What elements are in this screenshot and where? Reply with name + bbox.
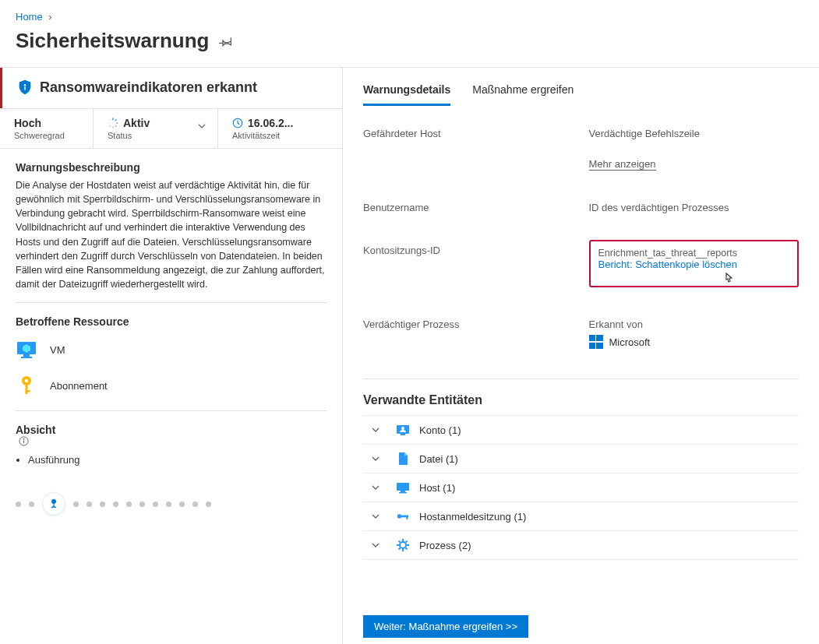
- svg-rect-30: [407, 516, 408, 519]
- microsoft-logo-icon: [589, 335, 603, 349]
- svg-line-7: [110, 125, 111, 126]
- entity-label: Prozess (2): [419, 540, 471, 551]
- entity-row-file[interactable]: Datei (1): [363, 445, 799, 473]
- svg-rect-13: [21, 357, 32, 358]
- detected-by-value: Microsoft: [609, 336, 651, 348]
- svg-point-31: [400, 542, 406, 548]
- field-suspicious-cmdline: Verdächtige Befehlszeile: [589, 128, 800, 139]
- intent-item: Ausführung: [28, 454, 327, 466]
- affected-section: Betroffene Ressource VM: [0, 303, 342, 410]
- entity-row-session[interactable]: Hostanmeldesitzung (1): [363, 502, 799, 531]
- right-panel: Warnungsdetails Maßnahme ergreifen Gefäh…: [343, 68, 819, 644]
- session-icon: [396, 509, 410, 523]
- entity-row-host[interactable]: Host (1): [363, 473, 799, 502]
- svg-rect-12: [23, 354, 30, 357]
- entity-label: Hostanmeldesitzung (1): [419, 511, 526, 523]
- host-icon: [396, 480, 410, 494]
- vm-icon: [16, 339, 37, 361]
- svg-point-0: [24, 84, 26, 86]
- time-cell: 16.06.2... Aktivitätszeit: [218, 109, 342, 148]
- key-icon: [16, 375, 37, 396]
- resource-vm-label: VM: [50, 344, 65, 356]
- entity-row-account[interactable]: Konto (1): [363, 415, 799, 445]
- intent-title: Absicht: [16, 424, 327, 446]
- chevron-down-icon: [366, 512, 380, 521]
- spinner-icon: [108, 118, 118, 128]
- clock-icon: [232, 118, 243, 128]
- alert-header: Ransomwareindikatoren erkannt: [0, 68, 342, 108]
- intent-section: Absicht Ausführung: [0, 411, 342, 477]
- description-text: Die Analyse der Hostdaten weist auf verd…: [16, 178, 327, 291]
- svg-line-39: [406, 541, 408, 543]
- detected-by-label: Erkannt von: [589, 318, 800, 330]
- svg-rect-17: [26, 390, 30, 392]
- shield-icon: [16, 79, 34, 96]
- severity-label: Schweregrad: [14, 131, 79, 140]
- tab-action[interactable]: Maßnahme ergreifen: [472, 83, 574, 106]
- threat-report-highlight: Enrichment_tas_threat__reports Bericht: …: [589, 240, 800, 287]
- svg-line-9: [110, 120, 111, 121]
- tab-details[interactable]: Warnungsdetails: [363, 83, 450, 106]
- svg-line-38: [399, 548, 401, 550]
- entity-label: Datei (1): [419, 453, 458, 465]
- page-title: Sicherheitswarnung: [16, 29, 210, 53]
- status-label: Status: [108, 131, 203, 140]
- svg-rect-25: [397, 483, 409, 491]
- resource-vm[interactable]: VM: [16, 336, 327, 364]
- svg-line-36: [399, 541, 401, 543]
- resource-subscription[interactable]: Abonnement: [16, 371, 327, 399]
- info-icon[interactable]: [16, 436, 327, 446]
- next-action-button[interactable]: Weiter: Maßnahme ergreifen >>: [363, 615, 528, 638]
- status-cell[interactable]: Aktiv Status: [94, 109, 218, 148]
- report-link[interactable]: Bericht: Schattenkopie löschen: [598, 259, 738, 270]
- enrichment-label: Enrichment_tas_threat__reports: [598, 248, 790, 259]
- svg-point-20: [23, 438, 24, 439]
- breadcrumb-home[interactable]: Home: [16, 11, 43, 23]
- chevron-down-icon: [366, 483, 380, 492]
- svg-point-24: [401, 427, 404, 430]
- chevron-down-icon: [366, 540, 380, 550]
- affected-title: Betroffene Ressource: [16, 315, 327, 328]
- resource-subscription-label: Abonnement: [50, 380, 108, 392]
- svg-rect-1: [24, 86, 25, 90]
- entity-label: Host (1): [419, 482, 455, 494]
- time-label: Aktivitätszeit: [232, 131, 328, 140]
- field-suspicious-process: Verdächtiger Prozess: [363, 318, 574, 349]
- field-compromised-host: Gefährdeter Host: [363, 128, 574, 171]
- svg-point-15: [25, 379, 28, 382]
- entity-row-process[interactable]: Prozess (2): [363, 531, 799, 560]
- related-entities-title: Verwandte Entitäten: [343, 379, 819, 415]
- svg-rect-26: [401, 491, 405, 492]
- svg-point-21: [51, 499, 56, 504]
- field-session-id: Kontositzungs-ID: [363, 245, 574, 287]
- chevron-right-icon: ›: [48, 11, 51, 23]
- time-value: 16.06.2...: [248, 117, 293, 129]
- cursor-icon: [722, 272, 735, 284]
- tabs: Warnungsdetails Maßnahme ergreifen: [343, 68, 819, 106]
- account-icon: [396, 423, 410, 437]
- svg-line-3: [115, 120, 116, 121]
- details-grid: Gefährdeter Host Verdächtige Befehlszeil…: [343, 106, 819, 364]
- timeline-active-step[interactable]: [42, 492, 65, 516]
- field-process-id: ID des verdächtigen Prozesses: [589, 202, 800, 213]
- status-value: Aktiv: [123, 117, 150, 129]
- chevron-down-icon: [366, 454, 380, 463]
- svg-line-37: [406, 548, 408, 550]
- pin-icon[interactable]: [210, 34, 233, 48]
- show-more-link[interactable]: Mehr anzeigen: [589, 158, 656, 171]
- description-title: Warnungsbeschreibung: [16, 161, 327, 174]
- svg-line-5: [115, 125, 116, 126]
- breadcrumb: Home ›: [0, 0, 819, 23]
- file-icon: [396, 452, 410, 466]
- process-icon: [396, 538, 410, 552]
- field-username: Benutzername: [363, 202, 574, 213]
- page-header: Sicherheitswarnung: [0, 23, 819, 67]
- detected-by-row: Microsoft: [589, 335, 800, 349]
- severity-cell: Hoch Schweregrad: [0, 109, 94, 148]
- svg-rect-23: [401, 434, 405, 435]
- entity-label: Konto (1): [419, 424, 461, 436]
- left-panel: Ransomwareindikatoren erkannt Hoch Schwe…: [0, 68, 343, 644]
- entity-list: Konto (1) Datei (1) Host (1): [343, 415, 819, 560]
- alert-title: Ransomwareindikatoren erkannt: [40, 79, 257, 96]
- description-section: Warnungsbeschreibung Die Analyse der Hos…: [0, 149, 342, 302]
